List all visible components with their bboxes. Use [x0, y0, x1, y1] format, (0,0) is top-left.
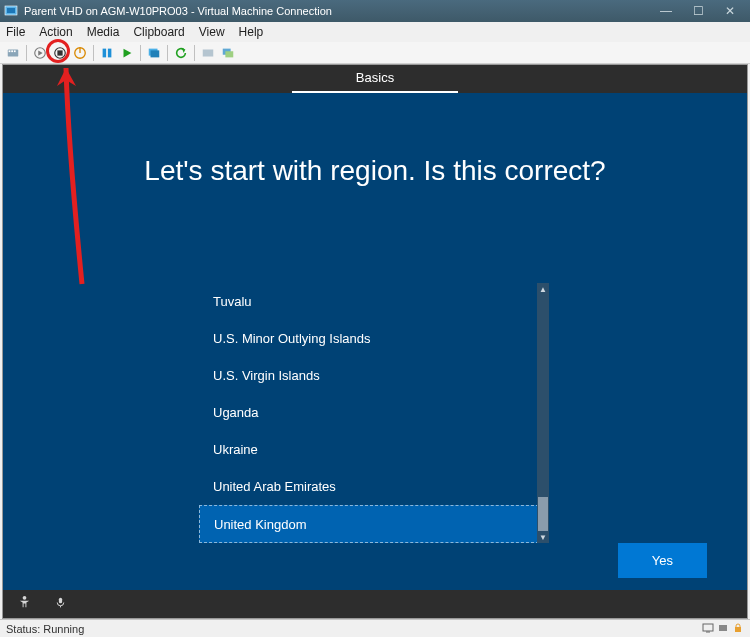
pause-button[interactable] [118, 44, 136, 62]
save-button[interactable] [98, 44, 116, 62]
reset-button[interactable] [145, 44, 163, 62]
separator [194, 45, 195, 61]
minimize-button[interactable]: — [650, 0, 682, 22]
svg-rect-22 [719, 625, 727, 631]
toolbar [0, 42, 750, 64]
svg-rect-12 [108, 48, 112, 57]
svg-rect-4 [11, 50, 13, 52]
svg-rect-8 [57, 50, 62, 55]
page-heading: Let's start with region. Is this correct… [3, 155, 747, 187]
menu-bar: File Action Media Clipboard View Help [0, 22, 750, 42]
tab-basics[interactable]: Basics [292, 64, 458, 94]
window-title: Parent VHD on AGM-W10PRO03 - Virtual Mac… [24, 5, 650, 17]
monitor-icon [702, 622, 714, 636]
status-bar: Status: Running [0, 619, 750, 637]
yes-button[interactable]: Yes [618, 543, 707, 578]
region-list[interactable]: Tuvalu U.S. Minor Outlying Islands U.S. … [199, 283, 539, 543]
menu-action[interactable]: Action [39, 25, 72, 39]
svg-rect-15 [203, 49, 214, 56]
region-list-container: Tuvalu U.S. Minor Outlying Islands U.S. … [199, 283, 549, 543]
title-bar: Parent VHD on AGM-W10PRO03 - Virtual Mac… [0, 0, 750, 22]
list-item[interactable]: United Arab Emirates [199, 468, 539, 505]
enhanced-session-button[interactable] [219, 44, 237, 62]
revert-button[interactable] [199, 44, 217, 62]
maximize-button[interactable]: ☐ [682, 0, 714, 22]
svg-rect-23 [735, 627, 741, 632]
lock-icon [732, 622, 744, 636]
oobe-body: Let's start with region. Is this correct… [3, 93, 747, 590]
vm-screen: Basics Let's start with region. Is this … [2, 64, 748, 619]
checkpoint-button[interactable] [172, 44, 190, 62]
status-text: Status: Running [6, 623, 84, 635]
list-item-selected[interactable]: United Kingdom [199, 505, 539, 543]
chevron-down-icon[interactable]: ▼ [537, 531, 549, 543]
svg-rect-17 [225, 51, 233, 57]
menu-media[interactable]: Media [87, 25, 120, 39]
ease-of-access-icon[interactable] [17, 595, 32, 614]
start-button[interactable] [31, 44, 49, 62]
list-item[interactable]: Ukraine [199, 431, 539, 468]
oobe-tab-bar: Basics [3, 65, 747, 93]
list-item[interactable]: U.S. Virgin Islands [199, 357, 539, 394]
svg-rect-1 [7, 8, 15, 13]
svg-rect-11 [103, 48, 107, 57]
microphone-icon[interactable] [54, 595, 67, 613]
oobe-footer [3, 590, 747, 618]
menu-view[interactable]: View [199, 25, 225, 39]
menu-help[interactable]: Help [239, 25, 264, 39]
svg-rect-20 [703, 624, 713, 631]
separator [93, 45, 94, 61]
separator [140, 45, 141, 61]
scrollbar[interactable]: ▲ ▼ [537, 283, 549, 543]
svg-rect-5 [14, 50, 16, 52]
separator [26, 45, 27, 61]
app-icon [4, 4, 18, 18]
scroll-thumb[interactable] [538, 497, 548, 531]
ctrl-alt-del-button[interactable] [4, 44, 22, 62]
close-button[interactable]: ✕ [714, 0, 746, 22]
chevron-up-icon[interactable]: ▲ [537, 283, 549, 295]
svg-rect-3 [9, 50, 11, 52]
list-item[interactable]: Uganda [199, 394, 539, 431]
separator [167, 45, 168, 61]
svg-rect-14 [151, 50, 160, 57]
turn-off-button[interactable] [51, 44, 69, 62]
list-item[interactable]: Tuvalu [199, 283, 539, 320]
menu-clipboard[interactable]: Clipboard [133, 25, 184, 39]
list-item[interactable]: U.S. Minor Outlying Islands [199, 320, 539, 357]
svg-rect-19 [59, 598, 62, 604]
shut-down-button[interactable] [71, 44, 89, 62]
menu-file[interactable]: File [6, 25, 25, 39]
svg-point-18 [23, 595, 27, 599]
network-icon [717, 622, 729, 636]
